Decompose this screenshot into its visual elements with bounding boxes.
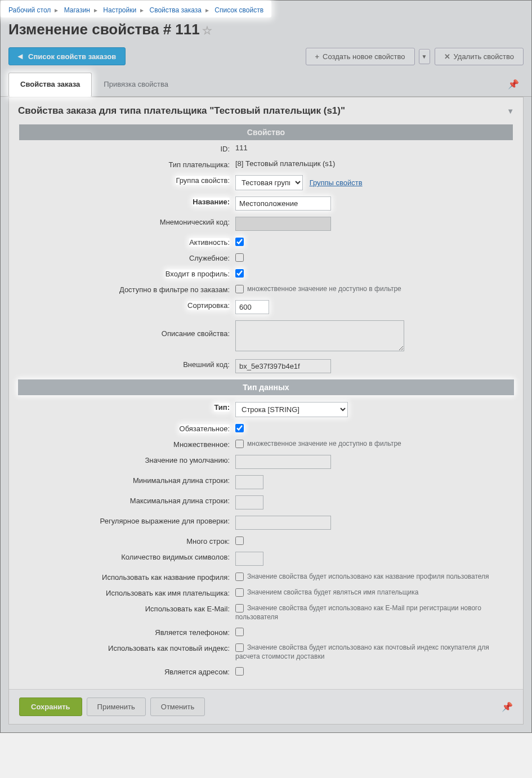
label-multiple: Множественное: [19,436,233,451]
cancel-button[interactable]: Отменить [150,697,205,716]
label-maxlen: Максимальная длина строки: [19,492,233,512]
label-minlen: Минимальная длина строки: [19,472,233,492]
label-name: Название: [193,198,230,206]
value-payer-type: [8] Тестовый плательщик (s1) [233,156,513,172]
input-regex[interactable] [235,516,331,530]
checkbox-is-email[interactable] [235,604,244,612]
label-code: Мнемонический код: [19,213,233,234]
breadcrumb-item[interactable]: Магазин [64,6,90,14]
save-button[interactable]: Сохранить [19,697,82,716]
checkbox-multiple[interactable] [235,440,244,448]
arrow-left-icon: ◂ [18,52,23,61]
checkbox-required[interactable] [235,424,244,432]
checkbox-is-zip[interactable] [235,643,244,652]
label-profile: Входит в профиль: [166,270,230,278]
label-is-profile-name: Использовать как название профиля: [19,569,233,584]
create-property-button[interactable]: + Создать новое свойство [306,48,415,65]
label-type: Тип: [214,403,230,412]
input-default[interactable] [235,455,331,469]
breadcrumb-item[interactable]: Свойства заказа [150,6,202,14]
link-groups[interactable]: Группы свойств [310,178,363,187]
breadcrumb-item[interactable]: Список свойств [214,6,263,14]
breadcrumb: Рабочий стол▸ Магазин▸ Настройки▸ Свойст… [1,1,271,17]
label-is-payer: Использовать как имя плательщика: [19,584,233,600]
note-is-profile-name: Значение свойства будет использовано как… [247,573,489,580]
close-icon: ✕ [444,52,450,61]
checkbox-is-profile-name[interactable] [235,573,244,581]
input-xml-id[interactable] [235,359,331,373]
label-filter: Доступно в фильтре по заказам: [19,281,233,297]
chevron-right-icon: ▸ [205,6,209,14]
label-is-phone: Является телефоном: [19,624,233,640]
create-property-dropdown[interactable]: ▼ [419,49,430,64]
note-multiple: множественное значение не доступно в фил… [247,440,401,448]
label-required: Обязательное: [180,424,230,433]
collapse-icon[interactable]: ▼ [507,107,514,115]
note-is-zip: Значение свойства будет использовано как… [235,643,489,660]
label-regex: Регулярное выражение для проверки: [19,512,233,533]
checkbox-is-address[interactable] [235,667,244,676]
section-datatype: Тип данных [18,379,514,395]
tab-order-properties[interactable]: Свойства заказа [8,73,92,97]
pin-icon[interactable]: 📌 [502,701,513,712]
label-payer-type: Тип плательщика: [19,156,233,172]
checkbox-service[interactable] [235,253,244,262]
label-is-email: Использовать как E-Mail: [19,600,233,624]
input-cols[interactable] [235,552,263,566]
checkbox-is-phone[interactable] [235,628,244,636]
select-type[interactable]: Строка [STRING] [235,402,348,417]
note-is-email: Значение свойства будет использовано как… [235,604,481,621]
label-is-address: Является адресом: [19,663,233,679]
checkbox-is-payer[interactable] [235,588,244,597]
note-is-payer: Значением свойства будет являться имя пл… [247,588,419,596]
checkbox-filter[interactable] [235,285,244,293]
label-default: Значение по умолчанию: [19,451,233,472]
label-cols: Количество видимых символов: [19,548,233,569]
back-to-list-button[interactable]: ◂ Список свойств заказов [8,47,126,65]
label-xml-id: Внешний код: [19,356,233,376]
textarea-description[interactable] [235,320,404,351]
label-sort: Сортировка: [187,301,230,310]
pin-icon[interactable]: 📌 [503,72,524,96]
note-filter: множественное значение не доступно в фил… [247,285,401,293]
input-sort[interactable] [235,300,269,314]
breadcrumb-item[interactable]: Рабочий стол [8,6,51,14]
tab-property-binding[interactable]: Привязка свойства [92,73,180,97]
value-id: 111 [233,140,513,156]
input-name[interactable] [235,196,331,211]
checkbox-active[interactable] [235,238,244,246]
favorite-star-icon[interactable]: ☆ [202,24,212,37]
label-description: Описание свойства: [19,317,233,356]
plus-icon: + [315,52,320,61]
checkbox-profile[interactable] [235,269,244,278]
chevron-right-icon: ▸ [55,6,58,14]
checkbox-multiline[interactable] [235,536,244,545]
label-multiline: Много строк: [19,533,233,548]
panel-heading: Свойства заказа для типа плательщика "Те… [9,97,523,124]
label-group: Группа свойств: [176,176,230,185]
breadcrumb-item[interactable]: Настройки [103,6,136,14]
input-maxlen[interactable] [235,495,263,509]
label-id: ID: [19,140,233,156]
page-title: Изменение свойства # 111☆ [1,17,531,47]
label-active: Активность: [189,238,230,247]
input-minlen[interactable] [235,475,263,489]
delete-property-button[interactable]: ✕ Удалить свойство [435,48,524,65]
label-is-zip: Использовать как почтовый индекс: [19,640,233,663]
input-code[interactable] [235,217,331,231]
section-property: Свойство [19,124,513,140]
chevron-right-icon: ▸ [94,6,97,14]
label-service: Служебное: [19,249,233,265]
apply-button[interactable]: Применить [87,697,146,716]
chevron-right-icon: ▸ [140,6,144,14]
select-group[interactable]: Тестовая группа [235,175,303,190]
